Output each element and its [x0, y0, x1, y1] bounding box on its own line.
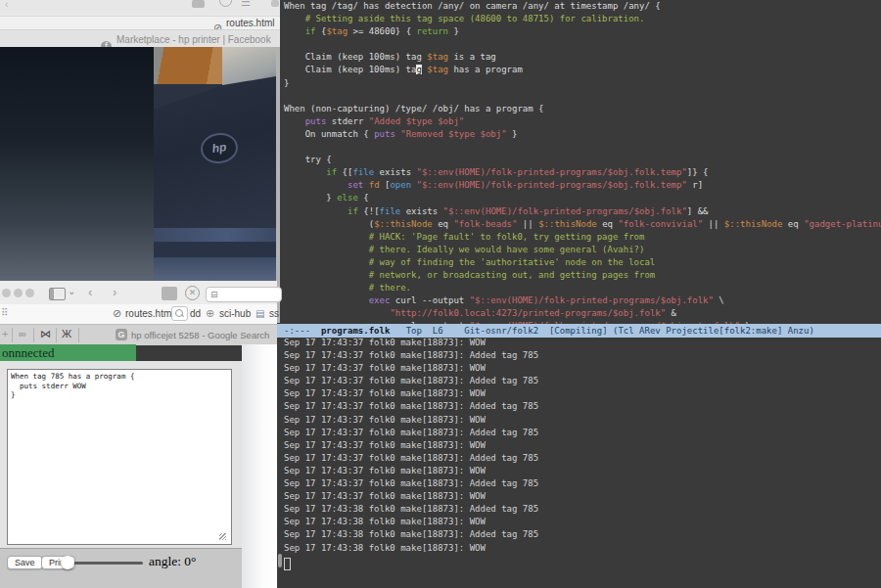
search-icon — [175, 309, 183, 317]
code-line: # network, or broadcasting out, and gett… — [284, 270, 881, 283]
tab-separator — [56, 328, 57, 342]
grid-dots-icon[interactable]: ⠿ — [1, 307, 8, 318]
search-box[interactable] — [171, 306, 188, 321]
code-line: When (non-capturing) /type/ /obj/ has a … — [284, 104, 881, 116]
photo-wood-shelf — [154, 47, 232, 84]
left-column: ‹ ☰ ⊘ routes.html f Marketplace - hp pri… — [0, 0, 280, 588]
favicon-infinity[interactable]: ∞ — [19, 328, 26, 339]
printer-photo: hp — [0, 47, 276, 281]
program-textarea[interactable]: When tag 785 has a program { puts stderr… — [7, 369, 232, 545]
emacs-modeline[interactable]: -:--- programs.folk Top L6 Git-osnr/folk… — [277, 324, 881, 338]
log-line: Sep 17 17:43:37 folk0 make[18873]: WOW — [284, 338, 881, 350]
photo-background-gradient — [0, 47, 154, 281]
log-line: Sep 17 17:43:37 folk0 make[18873]: Added… — [284, 478, 881, 491]
favicon-mask[interactable]: Ж — [62, 328, 71, 339]
modeline-status: Top L6 Git-osnr/folk2 [Compiling] (Tcl A… — [390, 326, 813, 336]
tab-separator — [78, 328, 79, 342]
favicon-butterfly[interactable]: ⋈ — [40, 328, 51, 340]
code-line: # HACK: 'Page fault' to folk0, try getti… — [284, 232, 881, 245]
code-line: # there. Ideally we would have some gene… — [284, 245, 881, 257]
modeline-buffer-name: programs.folk — [321, 326, 390, 336]
code-line: # way of finding the 'authoritative' nod… — [284, 257, 881, 270]
code-line: "http://folk0.local:4273/printed-program… — [284, 308, 881, 321]
traffic-light-minimize[interactable] — [14, 289, 23, 297]
log-line: Sep 17 17:43:37 folk0 make[18873]: Added… — [284, 453, 881, 466]
tab-separator — [12, 328, 13, 342]
profile-circle-icon[interactable] — [219, 0, 232, 7]
code-line: set fd [open "$::env(HOME)/folk-printed-… — [284, 180, 881, 193]
search-value[interactable]: dd — [190, 308, 201, 319]
textarea-resize-gripper[interactable] — [219, 533, 226, 540]
extension-puzzle-icon[interactable] — [271, 0, 279, 7]
log-lines: Sep 17 17:43:37 folk0 make[18873]: WOWSe… — [284, 338, 881, 556]
log-line: Sep 17 17:43:38 folk0 make[18873]: WOW — [284, 517, 881, 529]
form-footer: Save Print angle: 0° — [0, 549, 242, 588]
google-favicon: G — [116, 329, 127, 340]
back-chevron-icon[interactable]: ‹ — [5, 0, 9, 10]
log-line: Sep 17 17:43:37 folk0 make[18873]: Added… — [284, 401, 881, 414]
new-tab-icon[interactable]: + — [2, 328, 8, 339]
connected-status-badge: onnnected — [0, 344, 136, 361]
log-line: Sep 17 17:43:37 folk0 make[18873]: WOW — [284, 363, 881, 376]
code-line — [284, 142, 881, 155]
code-line: try { — [284, 155, 881, 167]
browser-chrome-top: ‹ ☰ — [0, 0, 280, 16]
log-line: Sep 17 17:43:38 folk0 make[18873]: WOW — [284, 543, 881, 556]
log-line: Sep 17 17:43:37 folk0 make[18873]: WOW — [284, 440, 881, 453]
code-line: exec curl --output "$::env(HOME)/folk-pr… — [284, 295, 881, 308]
globe-icon: ⊕ — [206, 307, 214, 320]
code-line: if {![file exists "$::env(HOME)/folk-pri… — [284, 206, 881, 219]
stop-square-icon[interactable] — [192, 0, 205, 8]
log-window[interactable]: Sep 17 17:43:37 folk0 make[18873]: WOWSe… — [277, 338, 881, 588]
thumbnail-square-icon[interactable] — [162, 287, 177, 300]
log-line: Sep 17 17:43:37 folk0 make[18873]: WOW — [284, 466, 881, 478]
code-line — [284, 39, 881, 52]
printer-band-base — [154, 257, 276, 281]
background-window-strip — [242, 344, 277, 588]
tab-row-routes: ⊘ routes.html — [0, 16, 280, 29]
log-line: Sep 17 17:43:37 folk0 make[18873]: WOW — [284, 491, 881, 504]
routes-bookmark-icon: ⊘ — [113, 308, 121, 319]
traffic-light-zoom[interactable] — [25, 289, 34, 297]
code-line: On unmatch { puts "Removed $type $obj" } — [284, 129, 881, 142]
code-line: } — [284, 78, 881, 91]
routes-bookmark[interactable]: routes.html — [125, 308, 173, 319]
bookmarks-bar: ⠿ ⊘ routes.html dd ⊕ sci-hub ▤ ss — [0, 304, 277, 324]
ss-bookmark[interactable]: ss — [269, 308, 279, 319]
printer-band-mid — [154, 242, 276, 257]
angle-slider[interactable] — [65, 562, 143, 565]
angle-label: angle: 0° — [149, 554, 197, 569]
screen: When tag /tag/ has detection /any/ on ca… — [0, 0, 881, 588]
log-line: Sep 17 17:43:37 folk0 make[18873]: Added… — [284, 350, 881, 363]
browser-toolbar: ⌄ ‹ › ✕ ⊟ — [0, 281, 277, 305]
code-line: # Setting aside this tag space (48600 to… — [284, 14, 881, 26]
forward-button[interactable]: › — [113, 285, 116, 299]
code-line: Claim (keep 100ms) tag $tag is a tag — [284, 52, 881, 65]
address-bar[interactable]: ⊟ — [206, 287, 282, 302]
scihub-bookmark[interactable]: sci-hub — [219, 308, 251, 319]
code-line: Claim (keep 100ms) tag $tag has a progra… — [284, 65, 881, 77]
code-editor[interactable]: When tag /tag/ has detection /any/ on ca… — [277, 1, 881, 324]
circled-close-icon[interactable]: ✕ — [185, 286, 200, 300]
photo-printer-region: hp — [154, 47, 276, 281]
code-line: When tag /tag/ has detection /any/ on ca… — [284, 1, 881, 14]
active-tab-title[interactable]: hp officejet 5258 - Google Search — [131, 330, 269, 340]
code-line — [284, 91, 881, 104]
tab-strip: + ∞ ⋈ Ж G hp officejet 5258 - Google Sea… — [0, 324, 277, 345]
log-line: Sep 17 17:43:38 folk0 make[18873]: Added… — [284, 529, 881, 542]
facebook-tab-title[interactable]: Marketplace - hp printer | Facebook — [116, 34, 271, 45]
code-line: # there. — [284, 283, 881, 295]
tab-row-facebook: f Marketplace - hp printer | Facebook — [0, 29, 280, 48]
program-form-panel: When tag 785 has a program { puts stderr… — [0, 361, 242, 588]
back-button[interactable]: ‹ — [88, 285, 92, 299]
emacs-window: When tag /tag/ has detection /any/ on ca… — [277, 0, 881, 588]
save-button[interactable]: Save — [7, 556, 43, 569]
tab-routes-label[interactable]: routes.html — [226, 18, 274, 28]
angle-slider-thumb[interactable] — [61, 556, 74, 569]
traffic-light-close[interactable] — [2, 289, 11, 297]
chevron-down-icon[interactable]: ⌄ — [68, 286, 75, 296]
tab-separator — [33, 328, 34, 342]
sidebar-toggle-icon[interactable] — [49, 288, 66, 300]
menu-icon[interactable]: ☰ — [241, 0, 251, 9]
log-line: Sep 17 17:43:37 folk0 make[18873]: WOW — [284, 388, 881, 401]
